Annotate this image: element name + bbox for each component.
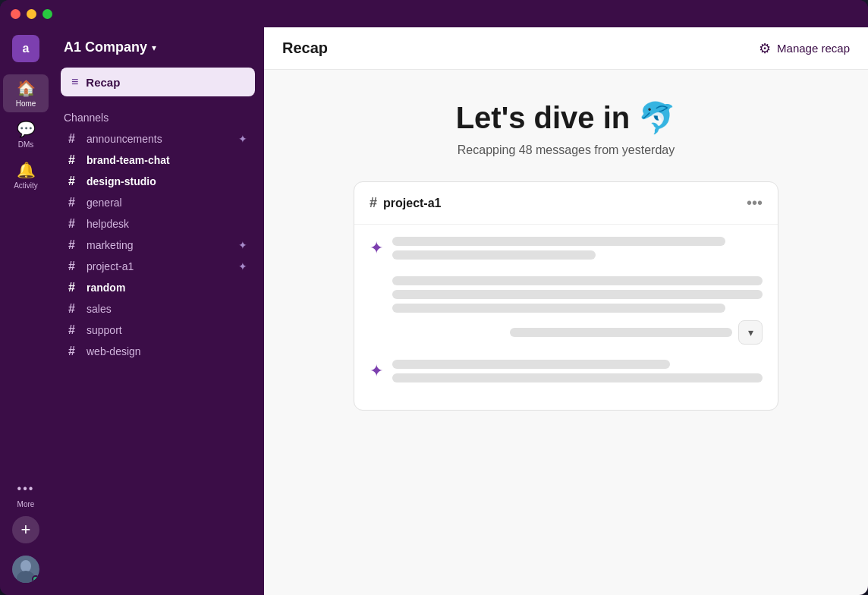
nav-activity[interactable]: 🔔 Activity [3,156,49,194]
recap-label: Recap [86,76,120,89]
channel-item-brand-team-chat[interactable]: #brand-team-chat [56,150,259,171]
msg-line [392,250,596,260]
channel-name-text: helpdesk [86,218,247,230]
channel-name-text: web-design [86,345,247,357]
expand-row: ▾ [392,320,763,345]
channel-name-text: marketing [86,239,232,251]
msg-line [392,290,763,299]
msg-line [392,373,763,382]
activity-icon: 🔔 [17,161,35,179]
channel-hash-icon: # [68,238,80,252]
page-title: Recap [282,39,328,57]
recap-button[interactable]: ≡ Recap [61,68,255,96]
channel-name-text: announcements [86,133,232,145]
message-lines-1: ▾ [392,237,763,345]
channel-list: #announcements✦#brand-team-chat#design-s… [52,128,264,583]
main-header: Recap ⚙ Manage recap [264,27,868,70]
workspace-avatar[interactable]: a [12,35,39,62]
more-label: More [17,500,35,508]
status-dot [32,575,39,583]
card-more-icon[interactable]: ••• [747,194,763,212]
main-body: Let's dive in 🐬 Recapping 48 messages fr… [264,70,868,595]
gear-icon: ⚙ [759,40,771,57]
icon-rail: a 🏠 Home 💬 DMs 🔔 Activity ••• More + [0,27,52,595]
recap-card: # project-a1 ••• ✦ [354,181,778,411]
card-channel: # project-a1 [370,195,441,211]
card-channel-name[interactable]: project-a1 [383,197,441,210]
sparkle-icon-2: ✦ [370,361,383,382]
channel-name-text: sales [86,303,247,315]
home-label: Home [16,99,36,108]
msg-line [392,304,725,313]
channel-item-web-design[interactable]: #web-design [56,341,259,362]
main-content: Recap ⚙ Manage recap Let's dive in 🐬 Rec… [264,27,868,595]
nav-dms[interactable]: 💬 DMs [3,115,49,153]
channel-item-random[interactable]: #random [56,277,259,298]
maximize-button[interactable] [42,9,52,19]
message-group-2: ✦ [370,360,763,382]
channel-item-support[interactable]: #support [56,320,259,341]
channel-name-text: project-a1 [86,260,232,272]
channel-hash-icon: # [68,345,80,358]
svg-point-1 [20,560,31,572]
more-icon: ••• [17,480,35,498]
channel-hash-icon: # [68,302,80,316]
app-window: a 🏠 Home 💬 DMs 🔔 Activity ••• More + [0,0,868,595]
user-avatar[interactable] [12,556,39,583]
channel-hash-icon: # [68,281,80,294]
sparkle-icon-1: ✦ [370,238,383,345]
channel-hash-icon: # [68,217,80,231]
app-body: a 🏠 Home 💬 DMs 🔔 Activity ••• More + [0,27,868,595]
card-header: # project-a1 ••• [354,182,778,225]
message-group-1: ✦ [370,237,763,345]
channel-hash-icon: # [68,153,80,167]
channel-name-text: design-studio [86,175,247,187]
expand-button[interactable]: ▾ [738,320,763,345]
channel-name-text: support [86,324,247,336]
msg-line [392,360,670,369]
msg-line [392,276,763,285]
dms-icon: 💬 [17,120,35,138]
channel-name-text: general [86,197,247,209]
workspace-chevron-icon[interactable]: ▾ [152,42,156,53]
msg-line [392,237,725,246]
sidebar: A1 Company ▾ ≡ Recap Channels #announcem… [52,27,264,595]
channel-name-text: brand-team-chat [86,154,247,166]
channel-hash-icon: # [370,195,377,211]
dms-label: DMs [18,140,34,149]
rail-bottom: + [12,516,39,595]
sparkle-icon: ✦ [238,239,247,251]
activity-label: Activity [14,181,38,190]
nav-home[interactable]: 🏠 Home [3,74,49,112]
channel-item-project-a1[interactable]: #project-a1✦ [56,256,259,277]
channel-item-helpdesk[interactable]: #helpdesk [56,213,259,235]
channel-hash-icon: # [68,132,80,146]
hero-subtitle: Recapping 48 messages from yesterday [458,143,675,157]
channel-item-announcements[interactable]: #announcements✦ [56,128,259,150]
channel-item-design-studio[interactable]: #design-studio [56,171,259,192]
expand-line [510,328,732,337]
manage-recap-label: Manage recap [777,42,850,55]
sparkle-icon: ✦ [238,260,247,272]
add-button[interactable]: + [12,516,39,543]
sidebar-header: A1 Company ▾ [52,39,264,68]
chevron-down-icon: ▾ [748,326,753,338]
nav-more[interactable]: ••• More [3,475,49,513]
channels-heading: Channels [52,105,264,128]
hero-title: Let's dive in 🐬 [456,100,677,136]
channel-hash-icon: # [68,323,80,337]
channel-item-general[interactable]: #general [56,192,259,213]
close-button[interactable] [11,9,20,19]
card-body: ✦ [354,225,778,410]
message-lines-2 [392,360,763,382]
channel-name-text: random [86,282,247,294]
channel-hash-icon: # [68,175,80,188]
workspace-name[interactable]: A1 Company [64,39,147,55]
minimize-button[interactable] [27,9,36,19]
manage-recap-button[interactable]: ⚙ Manage recap [759,40,850,57]
recap-list-icon: ≡ [71,75,78,89]
sparkle-icon: ✦ [238,133,247,145]
channel-item-marketing[interactable]: #marketing✦ [56,235,259,256]
channel-hash-icon: # [68,260,80,273]
channel-item-sales[interactable]: #sales [56,298,259,320]
